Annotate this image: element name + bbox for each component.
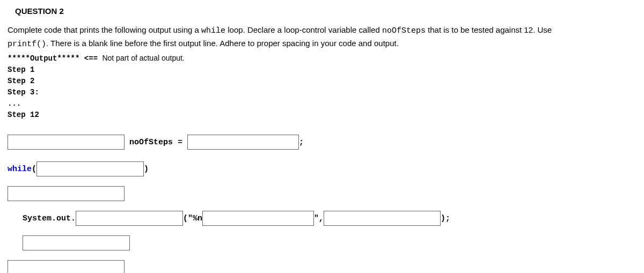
blank-arg[interactable] <box>324 211 441 226</box>
instructions: Complete code that prints the following … <box>8 24 636 50</box>
printf-open: ("%n <box>183 214 202 223</box>
instr-text-2: loop. Declare a loop-control variable ca… <box>225 25 382 34</box>
blank-open-brace[interactable] <box>8 186 125 201</box>
output-line-2: Step 2 <box>8 76 636 87</box>
while-keyword: while <box>8 165 32 174</box>
output-line-4: ... <box>8 98 636 109</box>
blank-condition[interactable] <box>36 161 144 176</box>
output-line-3: Step 3: <box>8 87 636 98</box>
question-heading: QUESTION 2 <box>15 6 636 16</box>
output-stars: *****Output***** <box>8 54 79 63</box>
instr-text-3: that is to be tested against 12. Use <box>426 25 552 34</box>
semicolon-1: ; <box>299 138 304 147</box>
output-line-5: Step 12 <box>8 109 636 121</box>
printf-line: System.out. ("%n ", ); <box>23 211 636 226</box>
instr-code-printf: printf() <box>8 40 46 49</box>
blank-close-brace[interactable] <box>8 260 125 273</box>
output-note: Not part of actual output. <box>102 54 184 62</box>
system-out-label: System.out. <box>23 214 76 223</box>
blank-format[interactable] <box>202 211 314 226</box>
instr-code-while: while <box>201 26 225 35</box>
close-brace-line <box>8 260 636 273</box>
printf-end: ); <box>441 214 450 223</box>
open-paren: ( <box>32 165 36 174</box>
blank-init-value[interactable] <box>187 135 299 150</box>
while-line: while() <box>8 161 636 176</box>
output-block: *****Output***** <== Not part of actual … <box>8 53 636 121</box>
blank-method[interactable] <box>76 211 183 226</box>
blank-increment[interactable] <box>23 235 130 250</box>
output-line-1: Step 1 <box>8 64 636 76</box>
output-arrow: <== <box>79 54 102 63</box>
instr-code-noofsteps: noOfSteps <box>382 26 426 35</box>
code-area: noOfSteps = ; while() System.out. ("%n "… <box>8 135 636 273</box>
instr-text-4: . There is a blank line before the first… <box>46 39 399 48</box>
noofsteps-label: noOfSteps = <box>125 138 187 147</box>
output-header: *****Output***** <== Not part of actual … <box>8 53 636 64</box>
brace-line <box>8 186 636 201</box>
increment-line <box>23 235 636 250</box>
printf-mid: ", <box>314 214 324 223</box>
decl-line: noOfSteps = ; <box>8 135 636 150</box>
close-paren: ) <box>144 165 149 174</box>
instr-text-1: Complete code that prints the following … <box>8 25 201 34</box>
blank-type[interactable] <box>8 135 125 150</box>
